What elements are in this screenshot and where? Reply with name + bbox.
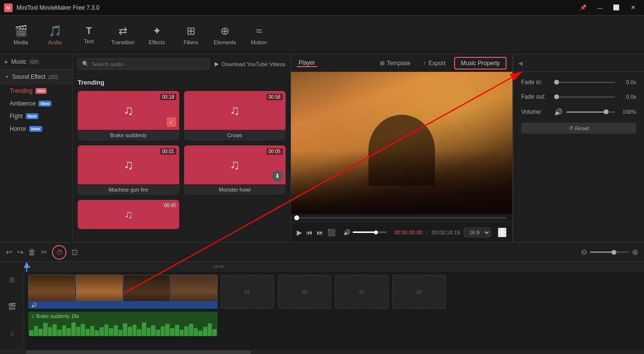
audio-card-crows[interactable]: ♫ 00:58 Crows [184,91,286,141]
waveform-bar [100,327,104,336]
mp-header: ◀ [513,54,644,72]
reset-button[interactable]: ↺ Reset [521,123,636,134]
add-track-icon[interactable]: ⊞ [9,276,15,283]
sidebar-soundeffect-section[interactable]: ▼ Sound Effect (25) [0,70,72,85]
progress-bar[interactable] [297,217,507,219]
transition-label: Transition [111,39,135,45]
card-thumb-2: ♫ 00:58 [184,91,286,130]
stop-button[interactable]: ⬛ [327,229,336,236]
trans-slot-3[interactable]: ⇄ [335,275,389,309]
toolbar-media[interactable]: 🎬 Media [4,18,38,52]
zoom-out-button[interactable]: ⊖ [581,248,587,257]
audio-card-machine-gun[interactable]: ♫ 00:01 Machine gun fire [78,145,179,195]
aspect-ratio-select[interactable]: 16:9 9:16 1:1 [464,228,491,237]
timeline-scroll-thumb[interactable] [26,351,251,354]
cut-button[interactable]: ✂ [41,248,47,257]
waveform-bar [161,326,165,336]
zoom-in-button[interactable]: ⊕ [632,248,638,257]
fade-out-slider[interactable] [554,96,615,98]
yt-download-btn[interactable]: ▶ Download YouTube Videos [215,61,286,67]
waveform-bar [90,326,95,336]
audio-clip[interactable]: ♫ Brake suddenly 18s [28,312,218,336]
mute-button[interactable]: 🔊 [343,229,351,236]
mp-body: Fade in: 0.0s Fade out: 0.0s Volume: 🔊 [513,72,644,123]
audio-card-monster-howl[interactable]: ♫ 00:05 ⬇ Monster howl [184,145,286,195]
trending-badge: Hot [35,88,47,94]
search-input[interactable] [92,61,205,67]
waveform-bar [52,324,57,336]
video-clip[interactable]: 🔊 [28,275,218,309]
toolbar-audio[interactable]: 🎵 Audio [38,18,72,52]
toolbar-elements[interactable]: ⊕ Elements [208,18,242,52]
minimize-button[interactable]: — [593,3,607,13]
toolbar-transition[interactable]: ⇄ Transition [106,18,140,52]
trans-slot-2[interactable]: ⇄ [278,275,331,309]
close-button[interactable]: ✕ [626,3,640,13]
search-box[interactable]: 🔍 [78,58,210,70]
template-button[interactable]: ⊞ Template [376,58,415,69]
sidebar-trending[interactable]: Trending Hot [0,85,72,97]
music-section-label: Music [11,58,26,65]
card-thumb-4: ♫ 00:05 ⬇ [184,145,286,184]
volume-prop-label: Volume: [521,108,550,115]
trans-slot-4[interactable]: ⇄ [392,275,446,309]
pin-button[interactable]: 📌 [576,3,591,13]
delete-button[interactable]: 🗑 [28,248,36,257]
waveform-bar [57,330,62,336]
download-badge-4: ⬇ [272,171,283,181]
toolbar-motion[interactable]: ≈ Motion [242,18,276,52]
waveform-bar [76,327,81,336]
waveform-bar [34,326,38,336]
waveform-bar [71,322,76,336]
split-audio-button[interactable]: ⏱ [52,245,67,260]
zoom-area: ⊖ ⊕ [581,248,638,257]
fade-out-row: Fade out: 0.0s [521,93,636,100]
toolbar-effects[interactable]: ✦ Effects [140,18,174,52]
music-note-icon-2: ♫ [230,103,240,118]
music-property-button[interactable]: Music Property [454,57,507,70]
maximize-button[interactable]: ⬜ [609,3,624,13]
reset-icon: ↺ [569,125,573,131]
trans-slot-1[interactable]: ⇄ [220,275,274,309]
timeline-scrollbar[interactable] [0,350,644,354]
waveform-bar [123,323,127,336]
sidebar-ambience[interactable]: Ambience New [0,97,72,110]
music-note-icon-4: ♫ [230,157,240,173]
prev-frame-button[interactable]: ⏮ [306,229,313,236]
crop-button[interactable]: ⊡ [71,248,78,257]
player-tab[interactable]: Player [297,59,317,67]
redo-button[interactable]: ↪ [17,248,23,257]
fullscreen-button[interactable]: ⛶ [498,228,507,237]
waveform-bars [28,321,218,336]
next-frame-button[interactable]: ⏭ [317,229,323,236]
sidebar-horror[interactable]: Horror New [0,123,72,135]
waveform-bar [119,330,123,336]
waveform-bar [38,329,43,336]
mp-collapse-icon[interactable]: ◀ [518,60,523,67]
card-name-4: Monster howl [184,184,286,195]
volume-icon[interactable]: 🔊 [554,108,562,116]
play-button[interactable]: ▶ [297,229,302,236]
main-area: ▶ Music (68) ▼ Sound Effect (25) Trendin… [0,54,644,242]
sidebar-fight[interactable]: Fight New [0,110,72,123]
export-button[interactable]: ↑ Export [419,58,449,69]
toolbar-text[interactable]: T Text [72,18,106,52]
audio-card-brake-suddenly[interactable]: ♫ 00:18 ✓ Brake suddenly [78,91,179,141]
volume-slider[interactable] [353,231,387,233]
zoom-slider[interactable] [590,251,629,253]
player-progress[interactable] [291,214,512,222]
audio-card-partial[interactable]: ♫ 00:45 [78,200,179,229]
volume-thumb [374,230,378,234]
waveform-bar [104,324,109,336]
playhead[interactable] [26,262,27,272]
audio-grid: ♫ 00:18 ✓ Brake suddenly ♫ 00:58 Crows [78,91,286,195]
toolbar-filters[interactable]: ⊞ Filters [174,18,208,52]
waveform-bar [189,324,193,336]
volume-area: 🔊 [343,229,387,236]
waveform-bar [180,330,184,336]
sidebar-music-section[interactable]: ▶ Music (68) [0,54,72,70]
text-icon: T [86,25,92,36]
fade-in-slider[interactable] [554,82,615,83]
volume-prop-slider[interactable] [566,111,615,113]
undo-button[interactable]: ↩ [6,248,12,257]
